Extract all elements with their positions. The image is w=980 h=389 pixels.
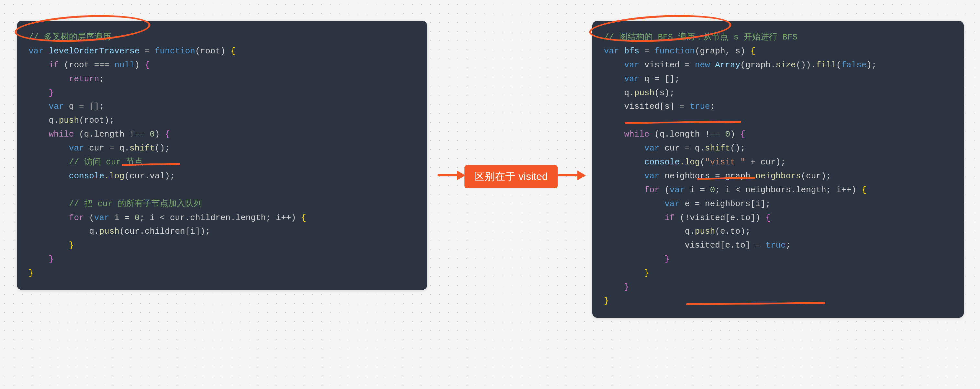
arrow-left-to-center-head-icon <box>457 171 465 180</box>
arrow-center-to-right-head-icon <box>578 171 586 180</box>
right-code-block: // 图结构的 BFS 遍历，从节点 s 开始进行 BFS var bfs = … <box>592 21 964 318</box>
center-annotation-label: 区别在于 visited <box>465 165 558 188</box>
right-code: // 图结构的 BFS 遍历，从节点 s 开始进行 BFS var bfs = … <box>604 30 952 308</box>
left-code: // 多叉树的层序遍历 var levelOrderTraverse = fun… <box>29 30 415 280</box>
left-code-block: // 多叉树的层序遍历 var levelOrderTraverse = fun… <box>17 21 427 290</box>
